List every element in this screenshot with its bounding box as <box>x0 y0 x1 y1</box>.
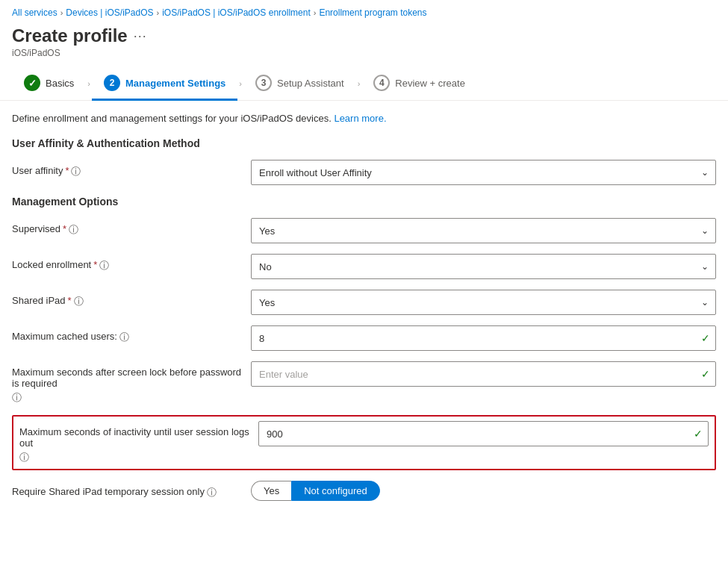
required-star-affinity: * <box>65 165 69 176</box>
form-group-temp-session: Require Shared iPad temporary session on… <box>12 481 716 501</box>
tab-review-circle: 4 <box>373 75 390 91</box>
info-icon-locked[interactable]: ⓘ <box>99 259 109 272</box>
tab-basics-label: Basics <box>46 78 74 89</box>
label-screen-lock: Maximum seconds after screen lock before… <box>12 361 251 405</box>
tab-setup-assistant[interactable]: 3 Setup Assistant <box>243 67 356 101</box>
breadcrumb-sep-3: › <box>314 8 317 17</box>
tab-setup-circle: 3 <box>255 75 272 91</box>
description-text: Define enrollment and management setting… <box>12 113 332 124</box>
form-group-shared-ipad: Shared iPad * ⓘ Yes No ⌄ <box>12 290 716 315</box>
control-screen-lock: ✓ <box>251 361 716 387</box>
label-shared-ipad: Shared iPad * ⓘ <box>12 290 251 308</box>
learn-more-link[interactable]: Learn more. <box>334 113 386 124</box>
input-max-cached[interactable] <box>251 325 716 351</box>
breadcrumb-enrollment-tokens[interactable]: Enrollment program tokens <box>319 7 426 18</box>
more-options-icon[interactable]: ··· <box>134 28 147 44</box>
page-header: Create profile ··· <box>0 22 728 46</box>
control-shared-ipad: Yes No ⌄ <box>251 290 716 315</box>
label-user-affinity: User affinity * ⓘ <box>12 160 251 178</box>
tab-basics-circle: ✓ <box>24 75 40 91</box>
select-user-affinity[interactable]: Enroll without User Affinity Enroll with… <box>251 160 716 185</box>
control-user-affinity: Enroll without User Affinity Enroll with… <box>251 160 716 185</box>
form-group-supervised: Supervised * ⓘ Yes No ⌄ <box>12 218 716 243</box>
content-area: Define enrollment and management setting… <box>0 113 728 526</box>
breadcrumb-sep-1: › <box>60 8 63 17</box>
tab-setup-label: Setup Assistant <box>277 78 344 89</box>
control-supervised: Yes No ⌄ <box>251 218 716 243</box>
select-supervised[interactable]: Yes No <box>251 218 716 243</box>
input-screen-lock[interactable] <box>251 361 716 387</box>
form-group-screen-lock: Maximum seconds after screen lock before… <box>12 361 716 405</box>
form-group-user-affinity: User affinity * ⓘ Enroll without User Af… <box>12 160 716 185</box>
label-inactivity: Maximum seconds of inactivity until user… <box>19 421 258 464</box>
control-locked-enrollment: Yes No ⌄ <box>251 254 716 279</box>
input-inactivity[interactable] <box>258 421 709 446</box>
tab-review-create[interactable]: 4 Review + create <box>361 67 477 101</box>
label-temp-session: Require Shared iPad temporary session on… <box>12 481 251 499</box>
select-shared-ipad[interactable]: Yes No <box>251 290 716 315</box>
info-icon-shared[interactable]: ⓘ <box>74 295 84 308</box>
info-icon-max-cached[interactable]: ⓘ <box>119 331 129 344</box>
required-star-supervised: * <box>63 223 66 234</box>
page-subtitle: iOS/iPadOS <box>0 46 728 67</box>
breadcrumb: All services › Devices | iOS/iPadOS › iO… <box>0 0 728 22</box>
label-supervised: Supervised * ⓘ <box>12 218 251 237</box>
select-locked-enrollment[interactable]: Yes No <box>251 254 716 279</box>
tab-sep-3: › <box>358 79 361 88</box>
control-temp-session: Yes Not configured <box>251 481 716 501</box>
tab-sep-1: › <box>87 79 90 88</box>
tab-management-label: Management Settings <box>125 78 225 89</box>
toggle-temp-session: Yes Not configured <box>251 481 716 501</box>
breadcrumb-all-services[interactable]: All services <box>12 7 57 18</box>
tab-management-settings[interactable]: 2 Management Settings <box>92 67 237 101</box>
toggle-not-configured-button[interactable]: Not configured <box>291 481 380 501</box>
info-icon-supervised[interactable]: ⓘ <box>69 223 78 237</box>
breadcrumb-sep-2: › <box>157 8 160 17</box>
info-icon-temp-session[interactable]: ⓘ <box>207 486 217 499</box>
highlighted-inactivity-row: Maximum seconds of inactivity until user… <box>12 415 716 470</box>
info-icon-affinity[interactable]: ⓘ <box>71 165 81 178</box>
description-row: Define enrollment and management setting… <box>12 113 716 124</box>
section-title-affinity: User Affinity & Authentication Method <box>12 137 716 149</box>
tab-management-circle: 2 <box>104 75 120 91</box>
form-group-locked-enrollment: Locked enrollment * ⓘ Yes No ⌄ <box>12 254 716 279</box>
page-title: Create profile <box>12 25 128 46</box>
breadcrumb-ios-enrollment[interactable]: iOS/iPadOS | iOS/iPadOS enrollment <box>162 7 311 18</box>
check-icon-inactivity: ✓ <box>694 428 703 440</box>
wizard-tabs: ✓ Basics › 2 Management Settings › 3 Set… <box>0 67 728 101</box>
label-max-cached: Maximum cached users: ⓘ <box>12 325 251 344</box>
section-user-affinity: User Affinity & Authentication Method Us… <box>12 137 716 185</box>
info-icon-inactivity[interactable]: ⓘ <box>19 451 29 464</box>
label-locked-enrollment: Locked enrollment * ⓘ <box>12 254 251 272</box>
section-title-management: Management Options <box>12 196 716 208</box>
tab-basics[interactable]: ✓ Basics <box>12 67 86 101</box>
control-max-cached: ✓ <box>251 325 716 351</box>
breadcrumb-devices-ios[interactable]: Devices | iOS/iPadOS <box>66 7 153 18</box>
control-inactivity: ✓ <box>258 421 709 446</box>
toggle-yes-button[interactable]: Yes <box>251 481 291 501</box>
check-icon-max-cached: ✓ <box>701 332 710 344</box>
tab-review-label: Review + create <box>395 78 465 89</box>
check-icon-screen-lock: ✓ <box>701 368 710 380</box>
info-icon-screen-lock[interactable]: ⓘ <box>12 391 22 405</box>
form-group-inactivity: Maximum seconds of inactivity until user… <box>19 421 709 464</box>
section-management-options: Management Options Supervised * ⓘ Yes No… <box>12 196 716 501</box>
required-star-locked: * <box>93 259 97 270</box>
form-group-max-cached: Maximum cached users: ⓘ ✓ <box>12 325 716 351</box>
tab-sep-2: › <box>239 79 242 88</box>
required-star-shared: * <box>68 295 72 306</box>
